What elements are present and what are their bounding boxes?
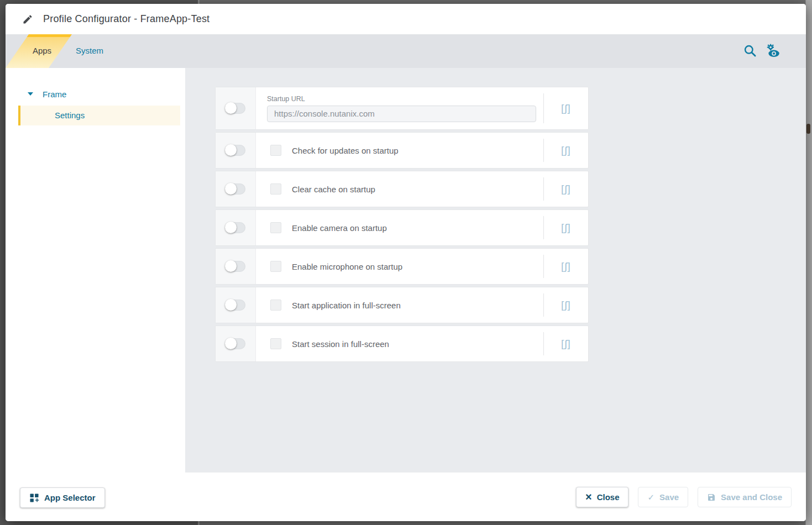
script-cell: [ʃ]	[544, 133, 588, 168]
toggle-knob[interactable]	[225, 144, 237, 156]
script-cell: [ʃ]	[544, 171, 588, 207]
sidebar-item-settings[interactable]: Settings	[18, 106, 180, 125]
close-icon: ×	[585, 491, 592, 502]
setting-row-clear-cache: Clear cache on startup [ʃ]	[215, 171, 589, 207]
toggle-cell	[216, 133, 256, 168]
edit-pencil-icon	[22, 14, 33, 25]
script-icon[interactable]: [ʃ]	[561, 144, 571, 156]
checkbox[interactable]	[270, 338, 281, 349]
caret-down-icon[interactable]	[28, 92, 33, 96]
setting-row-start-app-fullscreen: Start application in full-screen [ʃ]	[215, 287, 589, 323]
checkbox[interactable]	[270, 222, 281, 233]
tab-bar-actions	[742, 42, 782, 60]
script-cell: [ʃ]	[544, 249, 588, 284]
script-icon[interactable]: [ʃ]	[561, 102, 571, 114]
script-icon[interactable]: [ʃ]	[561, 299, 571, 311]
toggle-knob[interactable]	[225, 338, 237, 349]
dialog-footer: App Selector × Close ✓ Save Save and Clo…	[6, 473, 806, 521]
toggle-knob[interactable]	[225, 260, 237, 272]
script-cell: [ʃ]	[544, 287, 588, 323]
setting-content: Clear cache on startup	[256, 171, 543, 207]
setting-content: Enable camera on startup	[256, 210, 543, 245]
toggle-cell	[216, 249, 256, 284]
setting-row-check-updates: Check for updates on startup [ʃ]	[215, 132, 589, 169]
profile-configurator-dialog: Profile Configurator - FrameApp-Test App…	[6, 4, 806, 521]
script-cell: [ʃ]	[544, 87, 588, 129]
dialog-title: Profile Configurator - FrameApp-Test	[43, 13, 209, 25]
tab-bar: Apps System	[6, 34, 806, 68]
app-selector-icon	[29, 493, 39, 503]
toggle-switch[interactable]	[226, 103, 245, 114]
toggle-switch[interactable]	[226, 338, 245, 349]
setting-label: Enable camera on startup	[292, 223, 387, 233]
setting-content: Check for updates on startup	[256, 133, 543, 168]
toggle-knob[interactable]	[225, 102, 237, 114]
check-icon: ✓	[647, 492, 654, 502]
setting-row-enable-camera: Enable camera on startup [ʃ]	[215, 209, 589, 246]
close-button[interactable]: × Close	[576, 487, 629, 507]
script-icon[interactable]: [ʃ]	[561, 183, 571, 195]
dialog-header: Profile Configurator - FrameApp-Test	[6, 4, 806, 34]
save-icon	[707, 493, 716, 502]
script-icon[interactable]: [ʃ]	[561, 338, 571, 350]
setting-content: Start application in full-screen	[256, 287, 543, 323]
script-cell: [ʃ]	[544, 326, 588, 361]
script-icon[interactable]: [ʃ]	[561, 260, 571, 272]
search-icon[interactable]	[742, 42, 758, 60]
gear-eye-icon[interactable]	[765, 42, 782, 60]
toggle-cell	[216, 210, 256, 245]
app-selector-button[interactable]: App Selector	[20, 487, 105, 508]
settings-rows: Startup URL [ʃ] Check for update	[215, 87, 589, 362]
script-icon[interactable]: [ʃ]	[561, 222, 571, 234]
toggle-knob[interactable]	[225, 299, 237, 311]
toggle-knob[interactable]	[225, 183, 237, 195]
setting-row-enable-microphone: Enable microphone on startup [ʃ]	[215, 248, 589, 285]
toggle-switch[interactable]	[226, 222, 245, 233]
dialog-body: Frame Settings Startup URL [ʃ	[6, 68, 806, 473]
startup-url-input[interactable]	[267, 106, 536, 122]
save-and-close-button[interactable]: Save and Close	[698, 487, 792, 507]
sidebar-item-frame-label: Frame	[43, 90, 66, 99]
tab-system[interactable]: System	[67, 46, 112, 55]
page-scrollbar-track	[805, 0, 812, 525]
settings-panel: Startup URL [ʃ] Check for update	[185, 68, 806, 473]
setting-row-startup-url: Startup URL [ʃ]	[215, 87, 589, 130]
setting-row-start-session-fullscreen: Start session in full-screen [ʃ]	[215, 326, 589, 362]
toggle-cell	[216, 287, 256, 323]
setting-content: Enable microphone on startup	[256, 249, 543, 284]
setting-label: Start session in full-screen	[292, 339, 389, 349]
toggle-cell	[216, 326, 256, 361]
page-scrollbar-thumb[interactable]	[806, 124, 810, 134]
checkbox[interactable]	[270, 300, 281, 311]
save-button[interactable]: ✓ Save	[638, 487, 688, 507]
checkbox[interactable]	[270, 261, 281, 272]
setting-content: Startup URL	[256, 87, 543, 129]
setting-content: Start session in full-screen	[256, 326, 543, 361]
toggle-switch[interactable]	[226, 261, 245, 272]
sidebar-item-frame[interactable]: Frame	[6, 88, 185, 99]
toggle-cell	[216, 87, 256, 129]
setting-label: Clear cache on startup	[292, 185, 375, 194]
setting-label: Check for updates on startup	[292, 146, 399, 155]
save-label: Save	[659, 492, 679, 502]
startup-url-label: Startup URL	[267, 95, 305, 103]
footer-actions: × Close ✓ Save Save and Close	[576, 487, 792, 507]
toggle-switch[interactable]	[226, 145, 245, 156]
setting-label: Start application in full-screen	[292, 301, 401, 310]
setting-label: Enable microphone on startup	[292, 262, 402, 271]
toggle-switch[interactable]	[226, 183, 245, 195]
checkbox[interactable]	[270, 145, 281, 156]
save-and-close-label: Save and Close	[721, 492, 782, 502]
checkbox[interactable]	[270, 183, 281, 195]
close-label: Close	[597, 492, 620, 502]
toggle-knob[interactable]	[225, 222, 237, 233]
settings-tree-sidebar: Frame Settings	[6, 68, 185, 473]
toggle-cell	[216, 171, 256, 207]
app-selector-label: App Selector	[44, 493, 96, 502]
tab-apps[interactable]: Apps	[25, 46, 59, 55]
script-cell: [ʃ]	[544, 210, 588, 245]
toggle-switch[interactable]	[226, 300, 245, 311]
